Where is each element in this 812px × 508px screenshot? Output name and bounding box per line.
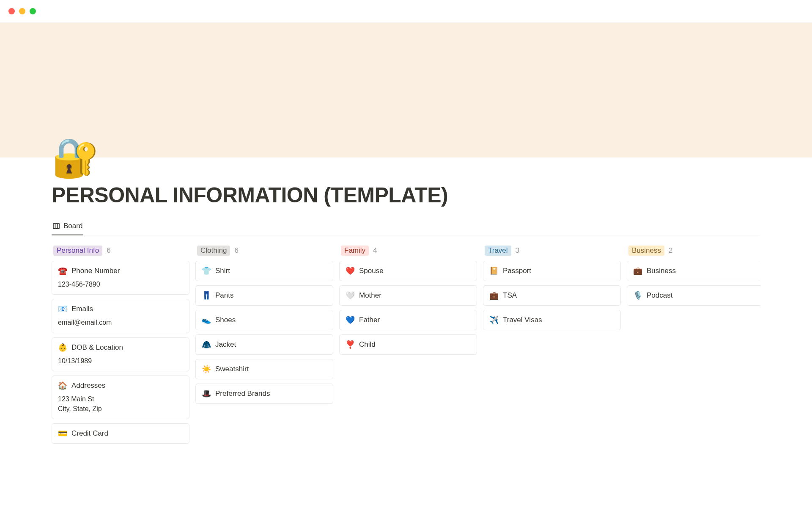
board-card[interactable]: ✈️Travel Visas xyxy=(483,310,621,330)
card-title-row: ❤️Spouse xyxy=(346,266,471,276)
board-column: Clothing6👕Shirt👖Pants👟Shoes🧥Jacket☀️Swea… xyxy=(195,246,333,448)
card-title-text: Father xyxy=(359,316,380,324)
card-emoji-icon: 🏠 xyxy=(58,381,67,390)
card-emoji-icon: 👟 xyxy=(202,315,211,325)
card-title-text: Credit Card xyxy=(71,429,108,438)
card-title-text: Addresses xyxy=(71,381,105,390)
board-card[interactable]: 💙Father xyxy=(339,310,477,330)
card-title-row: 🎙️Podcast xyxy=(633,291,758,300)
card-title-text: Pants xyxy=(215,291,233,300)
card-emoji-icon: 🎩 xyxy=(202,389,211,398)
titlebar xyxy=(0,0,812,23)
board-card[interactable]: 📧Emailsemail@email.com xyxy=(52,299,189,333)
tab-board[interactable]: Board xyxy=(52,218,83,235)
column-header[interactable]: Personal Info6 xyxy=(52,246,189,256)
board-card[interactable]: 👕Shirt xyxy=(195,261,333,281)
card-emoji-icon: ❣️ xyxy=(346,340,355,349)
board-card[interactable]: ❤️Spouse xyxy=(339,261,477,281)
card-emoji-icon: 👶 xyxy=(58,343,67,352)
card-title-row: 🧥Jacket xyxy=(202,340,327,349)
card-title-text: Phone Number xyxy=(71,267,120,275)
card-emoji-icon: ✈️ xyxy=(489,315,499,325)
card-title-row: 👕Shirt xyxy=(202,266,327,276)
card-emoji-icon: ☀️ xyxy=(202,364,211,374)
board-card[interactable]: 🏠Addresses123 Main St City, State, Zip xyxy=(52,375,189,419)
card-title-text: Business xyxy=(647,267,676,275)
card-title-text: Shirt xyxy=(215,267,230,275)
column-count: 4 xyxy=(373,246,377,255)
column-tag: Personal Info xyxy=(53,246,102,256)
board-card[interactable]: 👟Shoes xyxy=(195,310,333,330)
card-title-row: 🏠Addresses xyxy=(58,381,183,390)
card-title-row: 📧Emails xyxy=(58,304,183,314)
page-title[interactable]: PERSONAL INFORMATION (TEMPLATE) xyxy=(52,183,760,207)
board-card[interactable]: 💼TSA xyxy=(483,285,621,306)
card-title-text: Travel Visas xyxy=(503,316,542,324)
card-title-text: Sweatshirt xyxy=(215,365,249,373)
board-card[interactable]: 🤍Mother xyxy=(339,285,477,306)
column-header[interactable]: Travel3 xyxy=(483,246,621,256)
card-title-row: 👖Pants xyxy=(202,291,327,300)
board-card[interactable]: 🎙️Podcast xyxy=(627,285,760,306)
column-header[interactable]: Business2 xyxy=(627,246,760,256)
board-card[interactable]: ☀️Sweatshirt xyxy=(195,359,333,379)
card-body: 123-456-7890 xyxy=(58,280,183,289)
card-title-text: Jacket xyxy=(215,340,236,349)
board-icon xyxy=(52,222,60,230)
card-title-row: 💼Business xyxy=(633,266,758,276)
card-emoji-icon: 💙 xyxy=(346,315,355,325)
card-title-text: Podcast xyxy=(647,291,672,300)
card-emoji-icon: 🧥 xyxy=(202,340,211,349)
page-icon[interactable]: 🔐 xyxy=(52,138,99,177)
card-title-text: Mother xyxy=(359,291,381,300)
board-view: Personal Info6☎️Phone Number123-456-7890… xyxy=(52,235,760,448)
card-title-text: TSA xyxy=(503,291,517,300)
board-column: Business2💼Business🎙️Podcast xyxy=(627,246,760,448)
card-emoji-icon: ☎️ xyxy=(58,266,67,276)
card-emoji-icon: 👖 xyxy=(202,291,211,300)
card-emoji-icon: 📔 xyxy=(489,266,499,276)
card-body: 123 Main St City, State, Zip xyxy=(58,395,183,414)
board-column: Travel3📔Passport💼TSA✈️Travel Visas xyxy=(483,246,621,448)
window-minimize-button[interactable] xyxy=(19,8,25,14)
card-emoji-icon: 💼 xyxy=(489,291,499,300)
board-card[interactable]: 👖Pants xyxy=(195,285,333,306)
column-tag: Travel xyxy=(485,246,511,256)
column-count: 3 xyxy=(516,246,519,255)
card-title-text: Preferred Brands xyxy=(215,389,270,398)
card-title-row: 💳Credit Card xyxy=(58,429,183,438)
card-title-row: 👶DOB & Location xyxy=(58,343,183,352)
column-count: 2 xyxy=(669,246,672,255)
card-emoji-icon: ❤️ xyxy=(346,266,355,276)
card-title-row: ✈️Travel Visas xyxy=(489,315,614,325)
column-header[interactable]: Family4 xyxy=(339,246,477,256)
board-card[interactable]: 💼Business xyxy=(627,261,760,281)
card-title-text: Shoes xyxy=(215,316,236,324)
window-close-button[interactable] xyxy=(8,8,15,14)
card-emoji-icon: 🤍 xyxy=(346,291,355,300)
window-zoom-button[interactable] xyxy=(30,8,36,14)
card-title-text: Child xyxy=(359,340,376,349)
board-card[interactable]: 🎩Preferred Brands xyxy=(195,384,333,404)
card-title-row: ☎️Phone Number xyxy=(58,266,183,276)
card-title-text: DOB & Location xyxy=(71,343,123,352)
board-card[interactable]: 📔Passport xyxy=(483,261,621,281)
column-header[interactable]: Clothing6 xyxy=(195,246,333,256)
card-title-row: 👟Shoes xyxy=(202,315,327,325)
board-card[interactable]: 👶DOB & Location10/13/1989 xyxy=(52,337,189,371)
board-card[interactable]: 🧥Jacket xyxy=(195,334,333,355)
board-card[interactable]: 💳Credit Card xyxy=(52,423,189,444)
board-column: Personal Info6☎️Phone Number123-456-7890… xyxy=(52,246,189,448)
cover-area[interactable]: 🔐 xyxy=(0,23,812,157)
card-emoji-icon: 🎙️ xyxy=(633,291,642,300)
board-card[interactable]: ❣️Child xyxy=(339,334,477,355)
card-emoji-icon: 👕 xyxy=(202,266,211,276)
card-body: email@email.com xyxy=(58,318,183,327)
card-title-row: ☀️Sweatshirt xyxy=(202,364,327,374)
board-column: Family4❤️Spouse🤍Mother💙Father❣️Child xyxy=(339,246,477,448)
card-title-row: 💼TSA xyxy=(489,291,614,300)
card-emoji-icon: 📧 xyxy=(58,304,67,314)
card-title-text: Emails xyxy=(71,305,93,313)
card-title-text: Spouse xyxy=(359,267,384,275)
board-card[interactable]: ☎️Phone Number123-456-7890 xyxy=(52,261,189,295)
